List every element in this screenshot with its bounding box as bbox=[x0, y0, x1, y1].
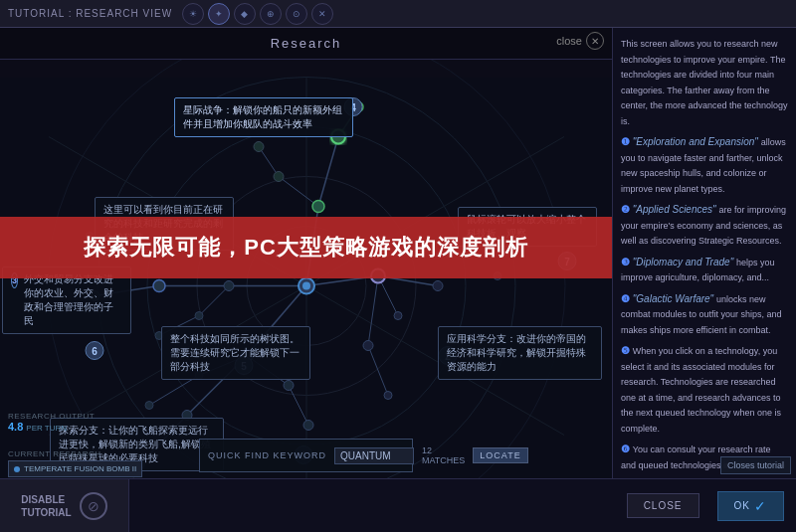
tooltip-tree-text: 整个科技如同所示的树状图。需要连续研究它才能解锁下一部分科技 bbox=[170, 333, 299, 372]
bottom-bar: DISABLETUTORIAL ⊘ CLOSE OK ✓ bbox=[0, 478, 796, 532]
nav-icon-gear[interactable]: ⊙ bbox=[286, 3, 307, 25]
svg-point-48 bbox=[224, 281, 234, 291]
research-dot-icon bbox=[14, 466, 20, 472]
info-section-1: ❶ "Exploration and Expansion" allows you… bbox=[621, 134, 788, 196]
research-output-label: RESEARCH OUTPUT bbox=[8, 412, 95, 421]
banner-text: 探索无限可能，PC大型策略游戏的深度剖析 bbox=[20, 233, 592, 263]
tooltip-galactic: 星际战争：解锁你的船只的新额外组件并且增加你舰队的战斗效率 bbox=[174, 97, 353, 137]
current-research-label: CURRENT RESEARCH bbox=[8, 449, 142, 458]
tooltip-tree: 整个科技如同所示的树状图。需要连续研究它才能解锁下一部分科技 bbox=[161, 326, 310, 380]
ok-label: OK bbox=[734, 500, 750, 511]
svg-point-55 bbox=[394, 312, 402, 320]
research-panel: Research close ✕ bbox=[0, 28, 612, 532]
research-title: Research bbox=[271, 36, 342, 51]
section-2-title: "Applied Sciences" bbox=[633, 204, 716, 215]
ok-check-icon: ✓ bbox=[754, 498, 767, 514]
info-section-4: ❹ "Galactic Warfare" unlocks new combat … bbox=[621, 291, 788, 338]
svg-point-35 bbox=[302, 282, 310, 290]
close-bottom-button[interactable]: CLOSE bbox=[627, 493, 699, 518]
research-header: Research close ✕ bbox=[0, 28, 612, 60]
main-layout: Research close ✕ bbox=[0, 28, 796, 532]
info-section-3: ❸ "Diplomacy and Trade" helps you improv… bbox=[621, 255, 788, 285]
svg-point-45 bbox=[145, 402, 153, 410]
svg-point-49 bbox=[153, 280, 165, 292]
nav-icon-diamond[interactable]: ◆ bbox=[234, 3, 256, 25]
info-section-5: ❺ When you click on a technology, you se… bbox=[621, 343, 788, 436]
disable-tutorial-label: DISABLETUTORIAL bbox=[21, 493, 71, 519]
disable-tutorial-button[interactable]: DISABLETUTORIAL ⊘ bbox=[0, 479, 129, 533]
close-button[interactable]: close ✕ bbox=[556, 32, 604, 50]
section-5-text: When you click on a technology, you sele… bbox=[621, 346, 781, 434]
svg-point-54 bbox=[433, 281, 443, 291]
svg-point-56 bbox=[363, 341, 373, 351]
nav-icon-close[interactable]: ✕ bbox=[311, 3, 333, 25]
section-5-num: ❺ bbox=[621, 345, 630, 356]
quick-find-section: QUICK FIND KEYWORD 12 MATCHES LOCATE bbox=[199, 439, 413, 472]
current-research-chip: TEMPERATE FUSION BOMB II bbox=[8, 460, 142, 477]
nav-icon-star[interactable]: ✦ bbox=[208, 3, 230, 25]
svg-point-36 bbox=[312, 201, 324, 213]
tooltip-applied: 应用科学分支：改进你的帝国的经济和科学研究，解锁开掘特殊资源的能力 bbox=[438, 326, 602, 380]
svg-point-40 bbox=[254, 142, 264, 152]
title-bar: TUTORIAL : RESEARCH VIEW ☀ ✦ ◆ ⊕ ⊙ ✕ bbox=[0, 0, 796, 28]
title-bar-label: TUTORIAL : RESEARCH VIEW bbox=[8, 8, 172, 19]
tooltip-galactic-text: 星际战争：解锁你的船只的新额外组件并且增加你舰队的战斗效率 bbox=[183, 104, 342, 129]
quick-find-count: 12 MATCHES bbox=[422, 445, 465, 465]
output-suffix: PER TURN bbox=[26, 424, 67, 433]
svg-point-57 bbox=[384, 392, 392, 400]
info-intro-text: This screen allows you to research new t… bbox=[621, 39, 788, 126]
current-research-section: CURRENT RESEARCH TEMPERATE FUSION BOMB I… bbox=[8, 449, 142, 477]
disable-icon: ⊘ bbox=[80, 492, 107, 520]
section-1-num: ❶ bbox=[621, 136, 630, 147]
nav-icon-circle[interactable]: ⊕ bbox=[260, 3, 282, 25]
section-4-num: ❹ bbox=[621, 293, 630, 304]
tooltip-applied-text: 应用科学分支：改进你的帝国的经济和科学研究，解锁开掘特殊资源的能力 bbox=[447, 333, 586, 372]
svg-text:6: 6 bbox=[92, 346, 98, 357]
section-2-num: ❷ bbox=[621, 204, 630, 215]
tooltip-diplomacy-text: 外交和贸易分支改进你的农业、外交、财政和合理管理你的子民 bbox=[24, 272, 122, 328]
research-output: RESEARCH OUTPUT 4.8 PER TURN bbox=[8, 412, 95, 433]
section-3-num: ❸ bbox=[621, 257, 630, 267]
info-intro: This screen allows you to research new t… bbox=[621, 36, 788, 128]
section-3-title: "Diplomacy and Trade" bbox=[633, 257, 733, 267]
research-output-value: 4.8 bbox=[8, 421, 23, 433]
section-1-title: "Exploration and Expansion" bbox=[633, 136, 758, 147]
tree-background: 4 2 5 6 1 7 bbox=[0, 60, 612, 532]
close-label: close bbox=[556, 35, 582, 47]
nav-icon-sun[interactable]: ☀ bbox=[182, 3, 204, 25]
current-research-name: TEMPERATE FUSION BOMB II bbox=[24, 464, 136, 473]
section-4-title: "Galactic Warfare" bbox=[633, 293, 713, 304]
closes-tutorial-tooltip: Closes tutorial bbox=[720, 456, 791, 474]
svg-point-39 bbox=[274, 172, 284, 182]
banner-overlay: 探索无限可能，PC大型策略游戏的深度剖析 bbox=[0, 217, 612, 278]
quick-find-input[interactable] bbox=[334, 447, 414, 464]
ok-button[interactable]: OK ✓ bbox=[717, 491, 784, 521]
info-section-2: ❷ "Applied Sciences" are for improving y… bbox=[621, 202, 788, 249]
section-6-num: ❻ bbox=[621, 443, 630, 454]
svg-point-47 bbox=[303, 421, 313, 431]
locate-button[interactable]: LOCATE bbox=[473, 447, 527, 463]
svg-point-51 bbox=[195, 312, 203, 320]
close-x-icon[interactable]: ✕ bbox=[586, 32, 604, 50]
closes-tutorial-text: Closes tutorial bbox=[727, 460, 784, 470]
svg-point-46 bbox=[284, 381, 294, 391]
quick-find-label: QUICK FIND KEYWORD bbox=[208, 450, 326, 460]
